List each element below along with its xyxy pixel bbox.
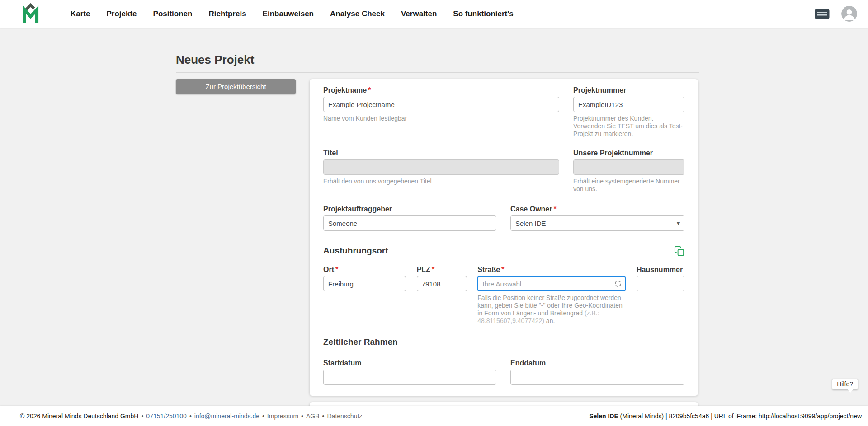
strasse-input[interactable] (477, 276, 626, 291)
startdatum-label: Startdatum (323, 359, 496, 367)
nav-item-verwalten[interactable]: Verwalten (393, 0, 445, 28)
required-asterisk: * (501, 266, 504, 273)
ort-input[interactable] (323, 276, 406, 291)
startdatum-input[interactable] (323, 370, 496, 385)
ort-label: Ort* (323, 265, 406, 274)
server-icon[interactable] (815, 9, 830, 19)
ausfuehrungsort-heading: Ausführungsort (323, 245, 388, 256)
nav-item-einbauweisen[interactable]: Einbauweisen (255, 0, 322, 28)
logo-icon (21, 3, 44, 25)
footer-session-info: Selen IDE (Mineral Minds) | 8209b5fc54a6… (589, 412, 862, 420)
unsere-projektnummer-field: Unsere Projektnummer Erhält eine systemg… (573, 149, 684, 193)
new-project-form-card: Projektname* Name vom Kunden festlegbar … (310, 79, 698, 396)
nav-item-analyse-check[interactable]: Analyse Check (322, 0, 393, 28)
chevron-down-icon: ▾ (677, 220, 680, 227)
projektnummer-input[interactable] (573, 97, 684, 112)
mineral-minds-logo[interactable] (21, 3, 44, 25)
navbar-right (815, 6, 857, 22)
footer-session-user: Selen IDE (589, 412, 618, 420)
projektnummer-helper: Projektnummer des Kunden. Verwenden Sie … (573, 115, 684, 138)
separator: • (141, 412, 143, 420)
hausnummer-field: Hausnummer (637, 265, 684, 291)
titel-label: Titel (323, 149, 559, 157)
left-column: Zur Projektübersicht (176, 79, 296, 94)
separator: • (301, 412, 303, 420)
hausnummer-input[interactable] (637, 276, 684, 291)
nav-item-projekte[interactable]: Projekte (98, 0, 145, 28)
projektauftraggeber-input[interactable] (323, 215, 496, 231)
footer-session-details: (Mineral Minds) | 8209b5fc54a6 | URL of … (618, 412, 862, 420)
plz-field: PLZ* (417, 265, 467, 291)
separator: • (322, 412, 325, 420)
projektnummer-field: Projektnummer Projektnummer des Kunden. … (573, 86, 684, 138)
page-title: Neues Projekt (176, 28, 699, 73)
nav-item-karte[interactable]: Karte (62, 0, 98, 28)
titel-input (323, 159, 559, 175)
main-navigation: Karte Projekte Positionen Richtpreis Ein… (62, 0, 522, 28)
case-owner-selected-value: Selen IDE (515, 220, 546, 227)
navbar: Karte Projekte Positionen Richtpreis Ein… (0, 0, 868, 28)
projektname-label: Projektname* (323, 86, 559, 94)
back-to-project-overview-button[interactable]: Zur Projektübersicht (176, 79, 296, 94)
unsere-projektnummer-input (573, 159, 684, 175)
ort-field: Ort* (323, 265, 406, 291)
footer-phone-link[interactable]: 07151/250100 (146, 412, 187, 420)
projektname-input[interactable] (323, 97, 559, 112)
footer-copyright: © 2026 Mineral Minds Deutschland GmbH (20, 412, 138, 420)
footer-email-link[interactable]: info@mineral-minds.de (194, 412, 259, 420)
projektname-field: Projektname* Name vom Kunden festlegbar (323, 86, 559, 122)
strasse-label: Straße* (477, 265, 626, 274)
startdatum-field: Startdatum (323, 359, 496, 385)
required-asterisk: * (553, 205, 556, 213)
unsere-projektnummer-helper: Erhält eine systemgenerierte Nummer von … (573, 178, 684, 193)
zeitlicher-rahmen-heading: Zeitlicher Rahmen (323, 337, 398, 347)
hilfe-button[interactable]: Hilfe? (832, 379, 858, 390)
projektauftraggeber-field: Projektauftraggeber (323, 205, 496, 231)
required-asterisk: * (368, 86, 371, 94)
case-owner-label: Case Owner* (510, 205, 684, 213)
projektnummer-label: Projektnummer (573, 86, 684, 94)
projektname-helper: Name vom Kunden festlegbar (323, 115, 559, 122)
strasse-field: Straße* Falls die Position keiner Straße… (477, 265, 626, 325)
separator: • (189, 412, 192, 420)
footer-link-datenschutz[interactable]: Datenschutz (327, 412, 362, 420)
unsere-projektnummer-label: Unsere Projektnummer (573, 149, 684, 157)
nav-item-richtpreis[interactable]: Richtpreis (200, 0, 254, 28)
footer-link-agb[interactable]: AGB (306, 412, 320, 420)
titel-field: Titel Erhält den von uns vorgegebenen Ti… (323, 149, 559, 185)
footer-left: © 2026 Mineral Minds Deutschland GmbH • … (20, 412, 362, 420)
nav-item-so-funktionierts[interactable]: So funktioniert's (445, 0, 521, 28)
hausnummer-label: Hausnummer (637, 265, 684, 274)
enddatum-field: Enddatum (510, 359, 684, 385)
user-avatar[interactable] (841, 6, 857, 22)
titel-helper: Erhält den von uns vorgegebenen Titel. (323, 178, 559, 185)
copy-icon[interactable] (674, 246, 684, 256)
projektauftraggeber-label: Projektauftraggeber (323, 205, 496, 213)
case-owner-field: Case Owner* Selen IDE ▾ (510, 205, 684, 231)
strasse-helper: Falls die Position keiner Straße zugeord… (477, 294, 626, 325)
nav-item-positionen[interactable]: Positionen (145, 0, 201, 28)
page-container: Neues Projekt Zur Projektübersicht Proje… (176, 28, 699, 415)
separator: • (262, 412, 264, 420)
enddatum-input[interactable] (510, 370, 684, 385)
plz-label: PLZ* (417, 265, 467, 274)
enddatum-label: Enddatum (510, 359, 684, 367)
case-owner-select[interactable]: Selen IDE ▾ (510, 215, 684, 231)
required-asterisk: * (335, 266, 338, 273)
required-asterisk: * (432, 266, 434, 273)
plz-input[interactable] (417, 276, 467, 291)
section-divider (323, 352, 684, 352)
footer: © 2026 Mineral Minds Deutschland GmbH • … (0, 406, 868, 426)
footer-link-impressum[interactable]: Impressum (267, 412, 298, 420)
